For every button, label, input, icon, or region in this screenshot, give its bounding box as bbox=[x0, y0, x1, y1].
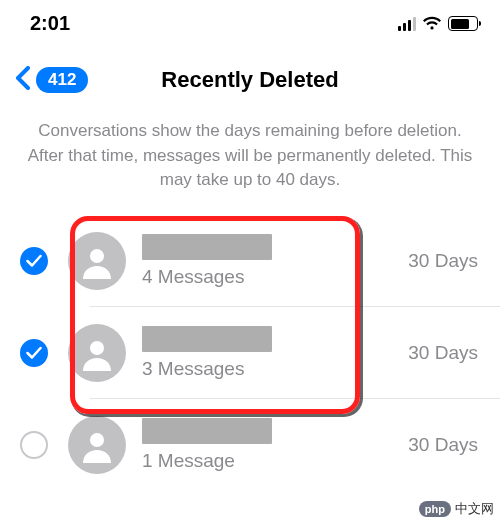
conversation-row[interactable]: 3 Messages 30 Days bbox=[0, 307, 500, 399]
conversation-row[interactable]: 4 Messages 30 Days bbox=[0, 215, 500, 307]
message-count: 3 Messages bbox=[142, 358, 400, 380]
watermark-text: 中文网 bbox=[455, 500, 494, 518]
selection-checkbox[interactable] bbox=[20, 431, 48, 459]
watermark-badge: php bbox=[419, 501, 451, 517]
status-bar: 2:01 bbox=[0, 0, 500, 45]
svg-point-0 bbox=[90, 249, 104, 263]
conversation-content: 4 Messages bbox=[142, 234, 400, 288]
back-chevron-icon[interactable] bbox=[14, 65, 30, 95]
selection-checkbox[interactable] bbox=[20, 339, 48, 367]
selection-checkbox[interactable] bbox=[20, 247, 48, 275]
days-remaining: 30 Days bbox=[408, 342, 478, 364]
conversation-row[interactable]: 1 Message 30 Days bbox=[0, 399, 500, 491]
days-remaining: 30 Days bbox=[408, 434, 478, 456]
conversation-list: 4 Messages 30 Days 3 Messages 30 Days 1 … bbox=[0, 215, 500, 491]
page-title: Recently Deleted bbox=[161, 67, 338, 93]
cellular-signal-icon bbox=[398, 17, 416, 31]
battery-icon bbox=[448, 16, 478, 31]
days-remaining: 30 Days bbox=[408, 250, 478, 272]
contact-name-redacted bbox=[142, 326, 272, 352]
avatar bbox=[68, 416, 126, 474]
contact-name-redacted bbox=[142, 234, 272, 260]
avatar bbox=[68, 232, 126, 290]
info-description: Conversations show the days remaining be… bbox=[0, 103, 500, 209]
watermark: php 中文网 bbox=[419, 500, 494, 518]
status-indicators bbox=[398, 16, 478, 31]
message-count: 1 Message bbox=[142, 450, 400, 472]
avatar bbox=[68, 324, 126, 382]
message-count: 4 Messages bbox=[142, 266, 400, 288]
nav-header: 412 Recently Deleted bbox=[0, 45, 500, 103]
back-count-badge[interactable]: 412 bbox=[36, 67, 88, 93]
status-time: 2:01 bbox=[30, 12, 70, 35]
svg-point-1 bbox=[90, 341, 104, 355]
conversation-content: 1 Message bbox=[142, 418, 400, 472]
contact-name-redacted bbox=[142, 418, 272, 444]
conversation-content: 3 Messages bbox=[142, 326, 400, 380]
wifi-icon bbox=[422, 16, 442, 31]
svg-point-2 bbox=[90, 433, 104, 447]
